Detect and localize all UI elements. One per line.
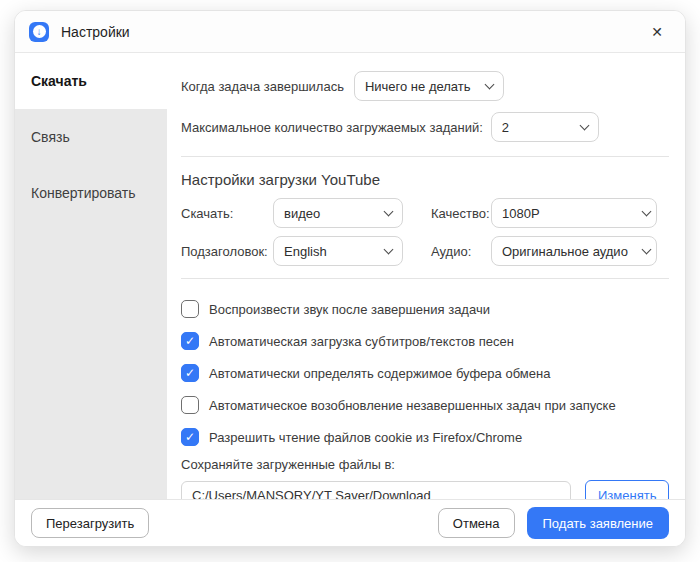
checkmark-icon: ✓ bbox=[185, 335, 195, 347]
quality-label: Качество: bbox=[431, 206, 491, 221]
task-finished-select[interactable]: Ничего не делать bbox=[354, 71, 504, 101]
cancel-button[interactable]: Отмена bbox=[438, 508, 515, 538]
option-row-subtitles: ✓ Автоматическая загрузка субтитров/текс… bbox=[181, 325, 669, 357]
clipboard-detect-checkbox[interactable]: ✓ bbox=[181, 364, 199, 382]
download-type-select[interactable]: видео bbox=[273, 198, 403, 228]
auto-resume-checkbox[interactable]: ✓ bbox=[181, 396, 199, 414]
option-label: Автоматическое возобновление незавершенн… bbox=[209, 398, 616, 413]
subtitle-value: English bbox=[284, 244, 379, 259]
option-label: Разрешить чтение файлов cookie из Firefo… bbox=[209, 430, 522, 445]
footer-bar: Перезагрузить Отмена Подать заявление bbox=[15, 499, 685, 546]
quality-value: 1080P bbox=[502, 206, 637, 221]
youtube-settings-grid: Скачать: видео Качество: 1080P Подзаголо… bbox=[181, 198, 669, 266]
max-downloads-select[interactable]: 2 bbox=[491, 112, 599, 142]
option-label: Автоматическая загрузка субтитров/тексто… bbox=[209, 334, 514, 349]
save-path-label: Сохраняйте загруженные файлы в: bbox=[181, 457, 669, 472]
section-divider bbox=[181, 278, 669, 279]
task-finished-value: Ничего не делать bbox=[365, 79, 480, 94]
audio-label: Аудио: bbox=[431, 244, 491, 259]
option-label: Воспроизвести звук после завершения зада… bbox=[209, 302, 490, 317]
sidebar-item-connection[interactable]: Связь bbox=[15, 109, 167, 165]
max-downloads-label: Максимальное количество загружаемых зада… bbox=[181, 120, 483, 135]
option-row-sound: ✓ Воспроизвести звук после завершения за… bbox=[181, 293, 669, 325]
chevron-down-icon bbox=[384, 244, 394, 254]
settings-dialog: ↓ Настройки ✕ Скачать Связь Конвертирова… bbox=[14, 10, 686, 547]
youtube-section-title: Настройки загрузки YouTube bbox=[181, 171, 669, 188]
subtitle-label: Подзаголовок: bbox=[181, 244, 273, 259]
sidebar-item-download[interactable]: Скачать bbox=[15, 53, 167, 109]
option-row-cookies: ✓ Разрешить чтение файлов cookie из Fire… bbox=[181, 421, 669, 453]
sound-after-task-checkbox[interactable]: ✓ bbox=[181, 300, 199, 318]
youtube-row-2: Подзаголовок: English Аудио: Оригинально… bbox=[181, 236, 669, 266]
option-row-clipboard: ✓ Автоматически определять содержимое бу… bbox=[181, 357, 669, 389]
main-area: Скачать Связь Конвертировать Когда задач… bbox=[15, 53, 685, 499]
auto-subtitles-checkbox[interactable]: ✓ bbox=[181, 332, 199, 350]
checkmark-icon: ✓ bbox=[185, 367, 195, 379]
download-arrow-icon: ↓ bbox=[33, 25, 46, 38]
chevron-down-icon bbox=[642, 244, 652, 254]
app-download-icon: ↓ bbox=[29, 22, 49, 42]
window-title: Настройки bbox=[61, 24, 130, 40]
chevron-down-icon bbox=[579, 120, 589, 130]
checkmark-icon: ✓ bbox=[185, 431, 195, 443]
sidebar-item-convert[interactable]: Конвертировать bbox=[15, 165, 167, 221]
task-finished-label: Когда задача завершилась bbox=[181, 79, 344, 94]
reload-button[interactable]: Перезагрузить bbox=[31, 508, 149, 538]
read-cookies-checkbox[interactable]: ✓ bbox=[181, 428, 199, 446]
option-label: Автоматически определять содержимое буфе… bbox=[209, 366, 550, 381]
submit-button[interactable]: Подать заявление bbox=[527, 507, 669, 539]
section-divider bbox=[181, 156, 669, 157]
title-bar: ↓ Настройки ✕ bbox=[15, 11, 685, 53]
task-finished-row: Когда задача завершилась Ничего не делат… bbox=[181, 71, 669, 101]
download-type-value: видео bbox=[284, 206, 379, 221]
options-checkbox-list: ✓ Воспроизвести звук после завершения за… bbox=[181, 293, 669, 453]
subtitle-select[interactable]: English bbox=[273, 236, 403, 266]
sidebar: Скачать Связь Конвертировать bbox=[15, 53, 167, 499]
quality-select[interactable]: 1080P bbox=[491, 198, 657, 228]
max-downloads-row: Максимальное количество загружаемых зада… bbox=[181, 112, 669, 142]
youtube-row-1: Скачать: видео Качество: 1080P bbox=[181, 198, 669, 228]
max-downloads-value: 2 bbox=[502, 120, 575, 135]
close-icon[interactable]: ✕ bbox=[645, 20, 669, 44]
download-type-label: Скачать: bbox=[181, 206, 273, 221]
option-row-resume: ✓ Автоматическое возобновление незаверше… bbox=[181, 389, 669, 421]
audio-value: Оригинальное аудио bbox=[502, 244, 637, 259]
settings-content: Когда задача завершилась Ничего не делат… bbox=[167, 53, 686, 499]
chevron-down-icon bbox=[384, 206, 394, 216]
audio-select[interactable]: Оригинальное аудио bbox=[491, 236, 657, 266]
chevron-down-icon bbox=[642, 206, 652, 216]
chevron-down-icon bbox=[484, 79, 494, 89]
